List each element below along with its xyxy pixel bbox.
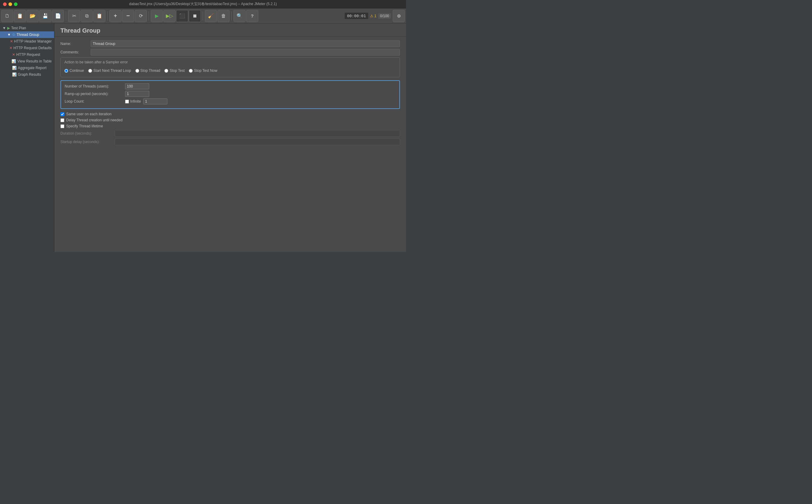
help-button[interactable]: ? [246,10,258,22]
name-row: Name: [60,40,400,47]
threads-input[interactable] [125,83,149,89]
sidebar-item-view-results-table[interactable]: 📊 View Results in Table [0,58,54,65]
action-section-title: Action to be taken after a Sampler error [64,60,396,64]
expand-icon: ▼ [2,26,6,30]
startup-delay-input[interactable] [115,139,400,145]
aggregate-icon: 📊 [12,66,17,70]
panel-title: Thread Group [60,27,400,34]
window-title: dabaoTest.jmx (/Users/jyu36/Desktop/大宝问卷… [129,2,277,7]
panel-header: Thread Group [54,24,406,37]
infinite-checkbox[interactable] [125,100,129,104]
warning-badge: ⚠ 1 [370,14,376,18]
radio-start-next-loop[interactable]: Start Next Thread Loop [88,69,131,73]
http-header-icon: ✕ [10,39,13,43]
duration-row: Duration (seconds): [60,130,400,137]
http-request-icon: ✕ [12,53,15,57]
radio-stop-test-now-label: Stop Test Now [194,69,217,73]
radio-continue[interactable]: Continue [64,69,84,73]
radio-start-next-loop-label: Start Next Thread Loop [93,69,131,73]
toggle-button[interactable]: ⟳ [135,10,147,22]
sidebar-item-graph-results[interactable]: 📊 Graph Results [0,71,54,78]
rampup-label: Ramp-up period (seconds): [65,92,125,96]
open-button[interactable]: 📂 [27,10,39,22]
startup-delay-label: Startup delay (seconds): [60,140,115,144]
collapse-button[interactable]: − [122,10,134,22]
loop-count-row: Loop Count: Infinite [65,98,396,104]
sidebar-item-http-request-defaults[interactable]: ✕ HTTP Request Defaults [0,45,54,51]
comments-input[interactable] [91,49,400,56]
cut-button[interactable]: ✂ [68,10,80,22]
run-no-pause-button[interactable]: ▶▷ [163,10,175,22]
toolbar-right: 00:00:01 ⚠ 1 0/100 ⊕ [345,10,405,22]
sep5 [232,11,232,21]
name-label: Name: [60,42,91,46]
clear-all-button[interactable]: 🗑 [218,10,230,22]
clear-button[interactable]: 🧹 [205,10,217,22]
sidebar-item-label: View Results in Table [17,59,52,63]
loop-count-input[interactable] [143,98,167,104]
templates-button[interactable]: 📋 [14,10,26,22]
same-user-row: Same user on each iteration [60,112,400,116]
radio-stop-test-label: Stop Test [169,69,184,73]
infinite-checkbox-label[interactable]: Infinite [125,99,141,104]
maximize-button[interactable] [14,2,18,6]
test-plan-icon: ▶ [7,26,10,30]
radio-stop-thread[interactable]: Stop Thread [135,69,160,73]
minimize-button[interactable] [8,2,12,6]
paste-button[interactable]: 📋 [93,10,105,22]
rampup-input[interactable] [125,91,149,97]
counter-badge: 0/100 [378,13,391,19]
search-button[interactable]: 🔍 [234,10,246,22]
http-defaults-icon: ✕ [9,46,12,50]
radio-stop-test[interactable]: Stop Test [164,69,184,73]
sidebar-item-label: Thread Group [17,33,39,37]
expand-icon2: ▼ [7,33,11,37]
threads-row: Number of Threads (users): [65,83,396,89]
same-user-checkbox[interactable] [60,112,64,116]
graph-results-icon: 📊 [12,72,17,77]
panel-body: Name: Comments: Action to be taken after… [54,37,406,151]
loop-count-label: Loop Count: [65,99,125,104]
timer-display: 00:00:01 [345,13,369,19]
delay-thread-checkbox[interactable] [60,118,64,122]
copy-button[interactable]: ⧉ [81,10,93,22]
shutdown-button[interactable]: ⏹ [189,10,201,22]
comments-label: Comments: [60,50,91,54]
sidebar-item-label: Aggregate Report [18,66,46,70]
radio-continue-label: Continue [69,69,84,73]
radio-stop-thread-label: Stop Thread [140,69,160,73]
content-area: Thread Group Name: Comments: Action to b… [54,24,406,252]
sep2 [107,11,107,21]
sidebar-item-test-plan[interactable]: ▼ ▶ Test Plan [0,25,54,31]
main-layout: ▼ ▶ Test Plan ▼ ⚙ Thread Group ✕ HTTP He… [0,24,406,252]
threads-label: Number of Threads (users): [65,84,125,88]
sep1 [66,11,66,21]
sidebar-item-label: HTTP Header Manager [14,39,52,43]
close-button[interactable] [3,2,7,6]
remote-button[interactable]: ⊕ [393,10,405,22]
save-button[interactable]: 💾 [39,10,51,22]
duration-label: Duration (seconds): [60,131,115,136]
save-as-button[interactable]: 📄 [52,10,64,22]
sidebar-item-aggregate-report[interactable]: 📊 Aggregate Report [0,65,54,71]
name-input[interactable] [91,40,400,47]
sidebar-item-thread-group[interactable]: ▼ ⚙ Thread Group [0,31,54,38]
sidebar: ▼ ▶ Test Plan ▼ ⚙ Thread Group ✕ HTTP He… [0,24,54,252]
sidebar-item-http-request[interactable]: ✕ HTTP Request [0,51,54,58]
toolbar: 🗋 📋 📂 💾 📄 ✂ ⧉ 📋 + − ⟳ ▶ ▶▷ ⬛ ⏹ 🧹 🗑 🔍 ? 0… [0,8,406,24]
expand-button[interactable]: + [109,10,121,22]
thread-group-icon: ⚙ [12,33,15,37]
delay-thread-label: Delay Thread creation until needed [66,118,123,122]
new-button[interactable]: 🗋 [1,10,13,22]
startup-delay-row: Startup delay (seconds): [60,139,400,145]
sidebar-item-label: Test Plan [11,26,26,30]
warning-icon: ⚠ [370,14,373,18]
radio-stop-test-now[interactable]: Stop Test Now [189,69,217,73]
stop-button[interactable]: ⬛ [176,10,188,22]
duration-input[interactable] [115,130,400,137]
warning-count: 1 [374,14,376,18]
sidebar-item-http-header-manager[interactable]: ✕ HTTP Header Manager [0,38,54,45]
run-button[interactable]: ▶ [151,10,163,22]
specify-lifetime-checkbox[interactable] [60,124,64,128]
radio-group: Continue Start Next Thread Loop Stop Thr… [64,67,396,75]
